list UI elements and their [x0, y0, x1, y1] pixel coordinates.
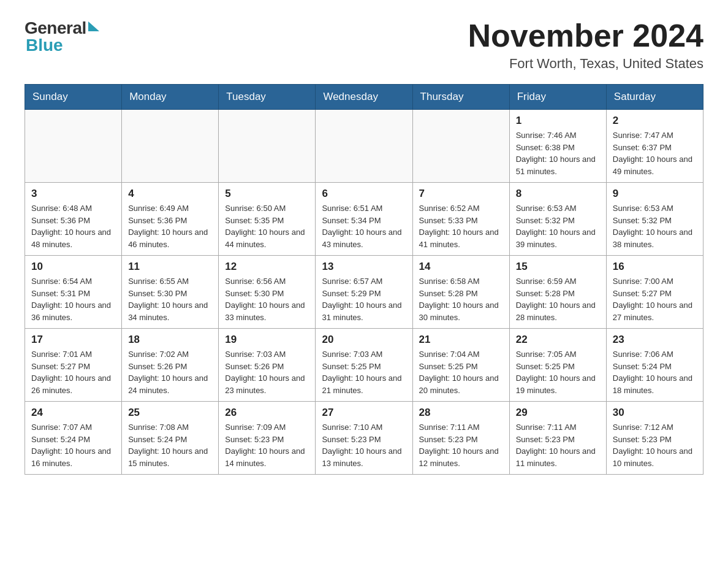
calendar-day-cell: 24Sunrise: 7:07 AMSunset: 5:24 PMDayligh… [25, 402, 122, 475]
calendar-day-cell: 30Sunrise: 7:12 AMSunset: 5:23 PMDayligh… [606, 402, 703, 475]
day-number: 24 [31, 407, 115, 419]
day-number: 23 [613, 334, 697, 346]
day-sun-info: Sunrise: 6:48 AMSunset: 5:36 PMDaylight:… [31, 202, 115, 250]
day-number: 18 [128, 334, 212, 346]
day-sun-info: Sunrise: 7:07 AMSunset: 5:24 PMDaylight:… [31, 421, 115, 469]
day-of-week-header: Sunday [25, 85, 122, 110]
day-sun-info: Sunrise: 7:46 AMSunset: 6:38 PMDaylight:… [516, 129, 600, 177]
day-number: 26 [225, 407, 309, 419]
calendar-day-cell: 8Sunrise: 6:53 AMSunset: 5:32 PMDaylight… [509, 183, 606, 256]
day-sun-info: Sunrise: 7:09 AMSunset: 5:23 PMDaylight:… [225, 421, 309, 469]
calendar-day-cell: 16Sunrise: 7:00 AMSunset: 5:27 PMDayligh… [606, 256, 703, 329]
calendar-day-cell: 10Sunrise: 6:54 AMSunset: 5:31 PMDayligh… [25, 256, 122, 329]
day-of-week-header: Saturday [606, 85, 703, 110]
day-number: 5 [225, 188, 309, 200]
day-number: 21 [419, 334, 503, 346]
calendar-day-cell: 20Sunrise: 7:03 AMSunset: 5:25 PMDayligh… [316, 329, 412, 402]
day-sun-info: Sunrise: 6:52 AMSunset: 5:33 PMDaylight:… [419, 202, 503, 250]
calendar-header-row: SundayMondayTuesdayWednesdayThursdayFrid… [25, 85, 703, 110]
day-sun-info: Sunrise: 7:04 AMSunset: 5:25 PMDaylight:… [419, 348, 503, 396]
calendar-week-row: 24Sunrise: 7:07 AMSunset: 5:24 PMDayligh… [25, 402, 703, 475]
calendar-day-cell [412, 110, 509, 183]
day-number: 20 [322, 334, 406, 346]
day-number: 28 [419, 407, 503, 419]
calendar-day-cell: 21Sunrise: 7:04 AMSunset: 5:25 PMDayligh… [412, 329, 509, 402]
calendar-day-cell: 17Sunrise: 7:01 AMSunset: 5:27 PMDayligh… [25, 329, 122, 402]
day-sun-info: Sunrise: 7:11 AMSunset: 5:23 PMDaylight:… [516, 421, 600, 469]
day-sun-info: Sunrise: 7:00 AMSunset: 5:27 PMDaylight:… [613, 275, 697, 323]
day-sun-info: Sunrise: 7:03 AMSunset: 5:25 PMDaylight:… [322, 348, 406, 396]
calendar-week-row: 10Sunrise: 6:54 AMSunset: 5:31 PMDayligh… [25, 256, 703, 329]
calendar-day-cell: 13Sunrise: 6:57 AMSunset: 5:29 PMDayligh… [316, 256, 412, 329]
day-number: 13 [322, 261, 406, 273]
day-of-week-header: Friday [509, 85, 606, 110]
day-sun-info: Sunrise: 6:54 AMSunset: 5:31 PMDaylight:… [31, 275, 115, 323]
calendar-day-cell: 27Sunrise: 7:10 AMSunset: 5:23 PMDayligh… [316, 402, 412, 475]
calendar-day-cell: 19Sunrise: 7:03 AMSunset: 5:26 PMDayligh… [219, 329, 316, 402]
day-number: 14 [419, 261, 503, 273]
location-subtitle: Fort Worth, Texas, United States [468, 56, 703, 72]
calendar-day-cell: 9Sunrise: 6:53 AMSunset: 5:32 PMDaylight… [606, 183, 703, 256]
day-sun-info: Sunrise: 7:47 AMSunset: 6:37 PMDaylight:… [613, 129, 697, 177]
calendar-day-cell: 5Sunrise: 6:50 AMSunset: 5:35 PMDaylight… [219, 183, 316, 256]
day-number: 15 [516, 261, 600, 273]
day-of-week-header: Tuesday [219, 85, 316, 110]
day-number: 11 [128, 261, 212, 273]
day-sun-info: Sunrise: 7:08 AMSunset: 5:24 PMDaylight:… [128, 421, 212, 469]
calendar-day-cell: 1Sunrise: 7:46 AMSunset: 6:38 PMDaylight… [509, 110, 606, 183]
calendar-day-cell [122, 110, 219, 183]
day-sun-info: Sunrise: 7:01 AMSunset: 5:27 PMDaylight:… [31, 348, 115, 396]
day-of-week-header: Wednesday [316, 85, 412, 110]
day-number: 30 [613, 407, 697, 419]
calendar-day-cell: 18Sunrise: 7:02 AMSunset: 5:26 PMDayligh… [122, 329, 219, 402]
calendar-table: SundayMondayTuesdayWednesdayThursdayFrid… [25, 84, 703, 475]
day-number: 12 [225, 261, 309, 273]
day-number: 9 [613, 188, 697, 200]
calendar-week-row: 3Sunrise: 6:48 AMSunset: 5:36 PMDaylight… [25, 183, 703, 256]
day-sun-info: Sunrise: 6:56 AMSunset: 5:30 PMDaylight:… [225, 275, 309, 323]
calendar-day-cell: 2Sunrise: 7:47 AMSunset: 6:37 PMDaylight… [606, 110, 703, 183]
day-sun-info: Sunrise: 7:02 AMSunset: 5:26 PMDaylight:… [128, 348, 212, 396]
day-number: 22 [516, 334, 600, 346]
logo-blue-text: Blue [26, 36, 63, 55]
month-title: November 2024 [468, 18, 703, 53]
calendar-day-cell: 28Sunrise: 7:11 AMSunset: 5:23 PMDayligh… [412, 402, 509, 475]
calendar-day-cell [25, 110, 122, 183]
day-number: 10 [31, 261, 115, 273]
day-sun-info: Sunrise: 7:05 AMSunset: 5:25 PMDaylight:… [516, 348, 600, 396]
day-number: 16 [613, 261, 697, 273]
day-of-week-header: Monday [122, 85, 219, 110]
day-sun-info: Sunrise: 6:53 AMSunset: 5:32 PMDaylight:… [613, 202, 697, 250]
calendar-day-cell: 26Sunrise: 7:09 AMSunset: 5:23 PMDayligh… [219, 402, 316, 475]
calendar-day-cell: 25Sunrise: 7:08 AMSunset: 5:24 PMDayligh… [122, 402, 219, 475]
day-number: 27 [322, 407, 406, 419]
calendar-day-cell: 7Sunrise: 6:52 AMSunset: 5:33 PMDaylight… [412, 183, 509, 256]
calendar-day-cell: 29Sunrise: 7:11 AMSunset: 5:23 PMDayligh… [509, 402, 606, 475]
day-sun-info: Sunrise: 6:49 AMSunset: 5:36 PMDaylight:… [128, 202, 212, 250]
calendar-day-cell: 3Sunrise: 6:48 AMSunset: 5:36 PMDaylight… [25, 183, 122, 256]
day-sun-info: Sunrise: 6:50 AMSunset: 5:35 PMDaylight:… [225, 202, 309, 250]
calendar-day-cell: 12Sunrise: 6:56 AMSunset: 5:30 PMDayligh… [219, 256, 316, 329]
day-sun-info: Sunrise: 7:11 AMSunset: 5:23 PMDaylight:… [419, 421, 503, 469]
day-number: 3 [31, 188, 115, 200]
calendar-day-cell: 23Sunrise: 7:06 AMSunset: 5:24 PMDayligh… [606, 329, 703, 402]
day-number: 29 [516, 407, 600, 419]
day-sun-info: Sunrise: 7:03 AMSunset: 5:26 PMDaylight:… [225, 348, 309, 396]
calendar-day-cell: 15Sunrise: 6:59 AMSunset: 5:28 PMDayligh… [509, 256, 606, 329]
logo-triangle-icon [88, 21, 99, 31]
calendar-day-cell [219, 110, 316, 183]
day-number: 4 [128, 188, 212, 200]
calendar-day-cell: 4Sunrise: 6:49 AMSunset: 5:36 PMDaylight… [122, 183, 219, 256]
day-number: 7 [419, 188, 503, 200]
page-header: General Blue November 2024 Fort Worth, T… [25, 18, 703, 72]
calendar-day-cell [316, 110, 412, 183]
day-sun-info: Sunrise: 6:58 AMSunset: 5:28 PMDaylight:… [419, 275, 503, 323]
day-sun-info: Sunrise: 6:57 AMSunset: 5:29 PMDaylight:… [322, 275, 406, 323]
day-number: 1 [516, 115, 600, 127]
calendar-day-cell: 22Sunrise: 7:05 AMSunset: 5:25 PMDayligh… [509, 329, 606, 402]
title-area: November 2024 Fort Worth, Texas, United … [468, 18, 703, 72]
calendar-day-cell: 14Sunrise: 6:58 AMSunset: 5:28 PMDayligh… [412, 256, 509, 329]
day-sun-info: Sunrise: 6:51 AMSunset: 5:34 PMDaylight:… [322, 202, 406, 250]
day-number: 19 [225, 334, 309, 346]
day-number: 8 [516, 188, 600, 200]
